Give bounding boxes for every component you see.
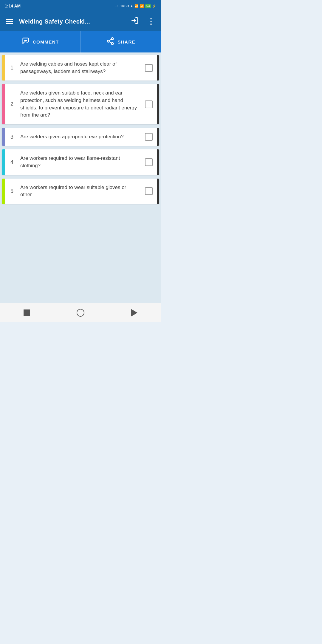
item-checkbox[interactable] xyxy=(141,55,157,80)
nav-back-button[interactable] xyxy=(127,305,142,320)
svg-line-4 xyxy=(109,42,112,43)
hamburger-menu-button[interactable] xyxy=(4,17,16,26)
item-right-border xyxy=(157,84,159,124)
signal-text: ...0.1KB/s xyxy=(115,4,129,8)
lte-icon: 📶 xyxy=(134,4,139,8)
item-number: 3 xyxy=(5,128,19,146)
item-number: 2 xyxy=(5,84,19,124)
status-time: 1:14 AM xyxy=(5,4,21,8)
item-accent-bar xyxy=(2,128,5,146)
comment-icon xyxy=(21,37,30,47)
item-checkbox[interactable] xyxy=(141,84,157,124)
checklist: 1 Are welding cables and hoses kept clea… xyxy=(0,52,161,303)
bluetooth-icon: ★ xyxy=(130,4,133,8)
item-question-text: Are welders given suitable face, neck an… xyxy=(19,84,141,124)
item-checkbox[interactable] xyxy=(141,149,157,175)
item-accent-bar xyxy=(2,84,5,124)
item-accent-bar xyxy=(2,55,5,80)
share-button[interactable]: SHARE xyxy=(81,31,161,52)
status-right: ...0.1KB/s ★ 📶 📶 53 ⚡ xyxy=(115,4,156,8)
item-right-border xyxy=(157,128,159,146)
action-bar: COMMENT SHARE xyxy=(0,31,161,52)
nav-home-button[interactable] xyxy=(73,305,88,320)
item-number: 1 xyxy=(5,55,19,80)
item-checkbox[interactable] xyxy=(141,128,157,146)
checkbox-box[interactable] xyxy=(145,64,153,72)
item-question-text: Are welding cables and hoses kept clear … xyxy=(19,55,141,80)
app-bar: Welding Safety Checkl... ⋮ xyxy=(0,12,161,31)
checkbox-box[interactable] xyxy=(145,187,153,195)
login-button[interactable] xyxy=(129,14,141,29)
charging-icon: ⚡ xyxy=(152,4,156,8)
comment-label: COMMENT xyxy=(33,39,59,44)
recent-apps-icon xyxy=(24,309,30,316)
status-bar: 1:14 AM ...0.1KB/s ★ 📶 📶 53 ⚡ xyxy=(0,0,161,12)
item-checkbox[interactable] xyxy=(141,179,157,204)
app-title: Welding Safety Checkl... xyxy=(19,18,125,25)
item-right-border xyxy=(157,55,159,80)
item-accent-bar xyxy=(2,179,5,204)
share-icon xyxy=(106,37,114,47)
checkbox-box[interactable] xyxy=(145,158,153,166)
list-item: 2 Are welders given suitable face, neck … xyxy=(2,84,159,124)
item-number: 4 xyxy=(5,149,19,175)
battery-indicator: 53 xyxy=(145,4,151,8)
item-question-text: Are workers required to wear suitable gl… xyxy=(19,179,141,204)
item-right-border xyxy=(157,149,159,175)
list-item: 1 Are welding cables and hoses kept clea… xyxy=(2,55,159,80)
home-icon xyxy=(77,309,84,317)
item-question-text: Are workers required to wear flame-resis… xyxy=(19,149,141,175)
nav-recent-apps-button[interactable] xyxy=(19,305,34,320)
back-icon xyxy=(131,309,137,317)
list-item: 3 Are welders given appropriate eye prot… xyxy=(2,128,159,146)
item-number: 5 xyxy=(5,179,19,204)
share-label: SHARE xyxy=(117,39,135,44)
item-right-border xyxy=(157,179,159,204)
more-options-button[interactable]: ⋮ xyxy=(145,15,157,29)
bottom-navigation xyxy=(0,303,161,322)
checkbox-box[interactable] xyxy=(145,100,153,108)
list-item: 4 Are workers required to wear flame-res… xyxy=(2,149,159,175)
item-question-text: Are welders given appropriate eye protec… xyxy=(19,128,141,146)
item-accent-bar xyxy=(2,149,5,175)
wifi-icon: 📶 xyxy=(140,4,144,8)
checkbox-box[interactable] xyxy=(145,133,153,141)
list-item: 5 Are workers required to wear suitable … xyxy=(2,179,159,204)
comment-button[interactable]: COMMENT xyxy=(0,31,81,52)
svg-line-5 xyxy=(109,39,112,41)
